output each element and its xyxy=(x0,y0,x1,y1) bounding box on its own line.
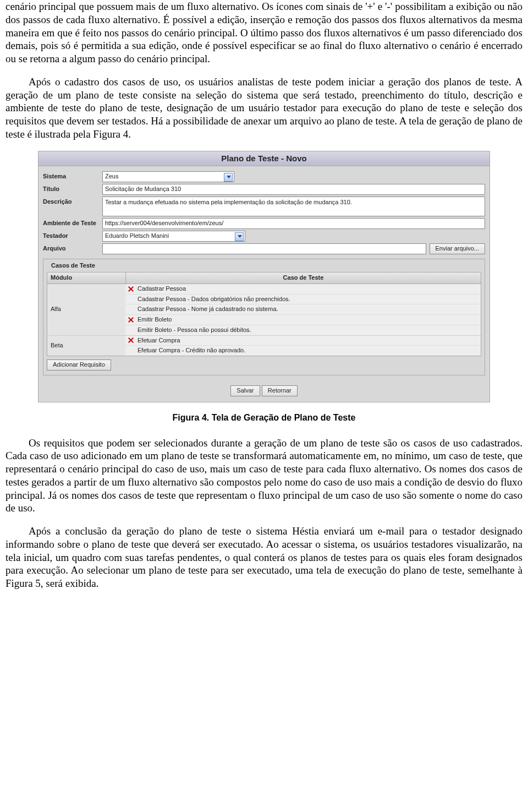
label-ambiente: Ambiente de Teste xyxy=(43,218,102,227)
table-row: Efetuar Compra xyxy=(125,336,481,346)
select-testador[interactable]: Eduardo Pletsch Manini xyxy=(102,231,245,242)
header-caso: Caso de Teste xyxy=(126,273,481,284)
case-name: Cadastrar Pessoa xyxy=(138,285,186,293)
paragraph-4: Após a conclusão da geração do plano de … xyxy=(6,525,522,590)
label-testador: Testador xyxy=(43,231,102,240)
icon-spacer xyxy=(128,327,134,334)
case-name: Emitir Boleto xyxy=(138,316,172,324)
table-row: Cadastrar Pessoa - Nome já cadastrado no… xyxy=(125,304,481,315)
select-sistema-value: Zeus xyxy=(105,173,118,179)
select-testador-value: Eduardo Pletsch Manini xyxy=(105,232,169,239)
case-name: Cadastrar Pessoa - Dados obrigatórios nã… xyxy=(138,296,290,303)
table-group: BetaEfetuar CompraEfetuar Compra - Crédi… xyxy=(47,336,481,356)
window-title: Plano de Teste - Novo xyxy=(38,151,490,167)
save-button[interactable]: Salvar xyxy=(230,385,260,396)
paragraph-1: cenário principal que possuem mais de um… xyxy=(6,0,522,66)
case-name: Cadastrar Pessoa - Nome já cadastrado no… xyxy=(138,306,278,313)
cases-cell: Efetuar CompraEfetuar Compra - Crédito n… xyxy=(125,336,481,356)
paragraph-3: Os requisitos que podem ser selecionados… xyxy=(6,437,522,515)
module-cell: Alfa xyxy=(47,284,125,335)
input-titulo[interactable]: Solicitação de Mudança 310 xyxy=(102,184,485,195)
figure-4: Plano de Teste - Novo Sistema Zeus Títul… xyxy=(6,151,522,423)
input-arquivo[interactable] xyxy=(102,243,426,254)
select-sistema[interactable]: Zeus xyxy=(102,171,234,182)
icon-spacer xyxy=(128,296,134,302)
case-name: Efetuar Compra - Crédito não aprovado. xyxy=(138,347,245,355)
label-titulo: Título xyxy=(43,184,102,193)
label-descricao: Descrição xyxy=(43,197,102,206)
table-row: Cadastrar Pessoa - Dados obrigatórios nã… xyxy=(125,295,481,305)
cases-cell: Cadastrar PessoaCadastrar Pessoa - Dados… xyxy=(125,284,481,335)
table-body: AlfaCadastrar PessoaCadastrar Pessoa - D… xyxy=(47,284,481,356)
case-name: Efetuar Compra xyxy=(138,337,180,345)
chevron-down-icon xyxy=(238,235,242,238)
input-ambiente[interactable]: https://server004/desenvolvimento/em/zeu… xyxy=(102,218,485,229)
table-row: Cadastrar Pessoa xyxy=(125,284,481,295)
table-row: Emitir Boleto - Pessoa não possui débito… xyxy=(125,325,481,335)
textarea-descricao[interactable]: Testar a mudança efetuada no sistema pel… xyxy=(102,197,485,216)
chevron-down-icon xyxy=(227,176,231,178)
delete-icon[interactable] xyxy=(128,317,134,323)
figure-4-window: Plano de Teste - Novo Sistema Zeus Títul… xyxy=(38,151,490,402)
form-footer: Salvar Retornar xyxy=(38,381,490,402)
fieldset-casos-de-teste: Casos de Teste Módulo Caso de Teste Alfa… xyxy=(43,259,485,375)
figure-4-caption: Figura 4. Tela de Geração de Plano de Te… xyxy=(6,412,522,423)
add-requisito-button[interactable]: Adicionar Requisito xyxy=(47,359,111,370)
table-row: Efetuar Compra - Crédito não aprovado. xyxy=(125,346,481,356)
fieldset-legend: Casos de Teste xyxy=(49,262,97,270)
icon-spacer xyxy=(128,347,134,354)
table-group: AlfaCadastrar PessoaCadastrar Pessoa - D… xyxy=(47,284,481,336)
case-name: Emitir Boleto - Pessoa não possui débito… xyxy=(138,326,251,334)
table-header: Módulo Caso de Teste xyxy=(47,272,481,284)
return-button[interactable]: Retornar xyxy=(262,385,298,396)
header-modulo: Módulo xyxy=(47,273,126,284)
delete-icon[interactable] xyxy=(128,286,134,292)
delete-icon[interactable] xyxy=(128,337,134,344)
label-arquivo: Arquivo xyxy=(43,243,102,253)
icon-spacer xyxy=(128,306,134,313)
label-sistema: Sistema xyxy=(43,171,102,181)
module-cell: Beta xyxy=(47,336,125,356)
table-row: Emitir Boleto xyxy=(125,315,481,325)
upload-file-button[interactable]: Enviar arquivo... xyxy=(430,243,485,254)
paragraph-2: Após o cadastro dos casos de uso, os usu… xyxy=(6,75,522,141)
